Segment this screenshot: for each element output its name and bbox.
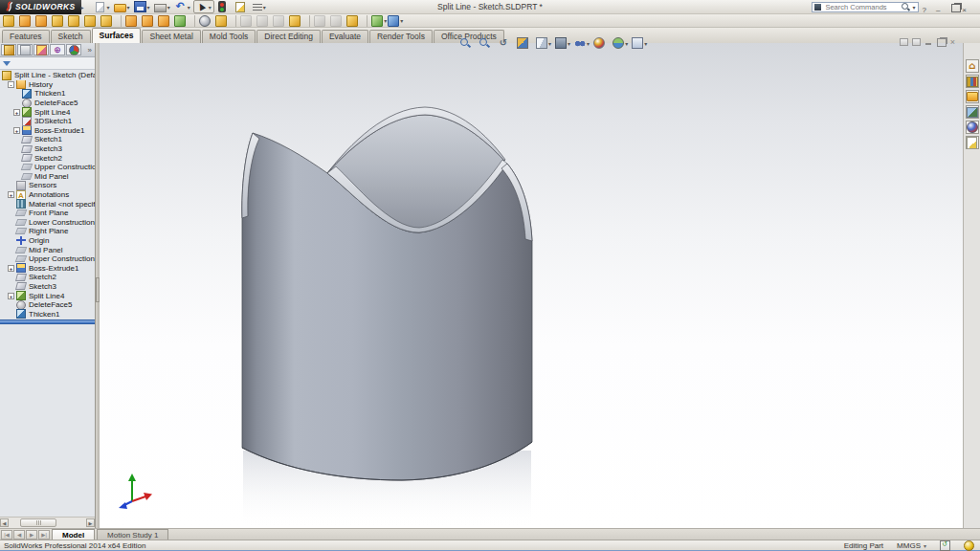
tree-item[interactable]: DeleteFace5 — [0, 300, 95, 310]
previous-view-icon[interactable]: ↺ ▾ — [498, 37, 514, 49]
first-tab-button[interactable]: |◀ — [1, 530, 12, 540]
expand-toggle[interactable]: - — [8, 81, 14, 88]
zoom-to-fit-icon[interactable]: ▾ — [459, 37, 476, 49]
tree-horizontal-scrollbar[interactable]: ◀ ▶ — [0, 517, 95, 528]
Surfaces[interactable]: Surfaces — [92, 28, 142, 43]
tree-filter-row[interactable] — [0, 57, 95, 70]
scroll-right-button[interactable]: ▶ — [86, 518, 95, 527]
pane-split-icon[interactable] — [900, 38, 908, 46]
prev-tab-button[interactable]: ◀ — [13, 530, 25, 540]
hide-show-items-icon[interactable]: ▾ — [574, 37, 590, 49]
view-orientation-icon[interactable]: ▾ — [536, 37, 552, 49]
solidworks-logo[interactable]: SOLIDWORKS — [0, 0, 81, 14]
help-button[interactable]: ? — [922, 2, 935, 12]
design-library-icon[interactable] — [966, 75, 979, 88]
pane-single-icon[interactable] — [912, 38, 921, 46]
swept-surface-icon[interactable]: ▾ — [35, 15, 52, 27]
offset-surface-icon[interactable]: ▾ — [142, 15, 158, 27]
quick-tips-icon[interactable] — [940, 540, 950, 551]
close-button[interactable]: × — [962, 2, 976, 12]
rollback-bar[interactable] — [0, 320, 95, 324]
ruled-surface-icon[interactable]: ▾ — [158, 15, 174, 27]
open-button[interactable]: ▾ — [113, 2, 132, 12]
tree-item[interactable]: Sketch2 — [0, 153, 95, 163]
save-button[interactable]: ▾ — [133, 1, 152, 12]
knit-surface-icon[interactable]: ▾ — [289, 15, 305, 27]
tree-item[interactable]: Upper Construction — [0, 254, 95, 264]
Mold Tools[interactable]: Mold Tools — [202, 30, 256, 43]
tree-item[interactable]: Lower Construction — [0, 218, 95, 228]
replace-face-icon[interactable]: ▾ — [215, 15, 232, 27]
dropdown-arrow-icon[interactable]: ▾ — [384, 17, 387, 24]
dropdown-arrow-icon[interactable]: ▾ — [587, 40, 590, 47]
dropdown-arrow-icon[interactable]: ▾ — [644, 40, 647, 47]
doc-close-button[interactable]: × — [950, 38, 955, 46]
Motion Study 1[interactable]: Motion Study 1 — [97, 529, 168, 540]
tag-icon[interactable] — [964, 540, 974, 551]
dropdown-arrow-icon[interactable]: ▾ — [548, 40, 551, 47]
tree-item[interactable]: + Split Line4 — [0, 291, 95, 300]
tree-item[interactable]: Front Plane — [0, 209, 95, 218]
doc-restore-button[interactable] — [937, 38, 947, 47]
dropdown-arrow-icon[interactable]: ▾ — [263, 4, 266, 11]
expand-toggle[interactable]: + — [13, 109, 20, 116]
surface-flatten-icon[interactable]: ▾ — [174, 15, 190, 27]
dimxpertmanager-tab[interactable]: ⊕ — [50, 44, 65, 55]
dropdown-arrow-icon[interactable]: ▾ — [188, 4, 190, 11]
tree-item[interactable]: Thicken1 — [0, 89, 95, 99]
dropdown-arrow-icon[interactable]: ▾ — [147, 4, 150, 11]
thicken-icon[interactable]: ▾ — [309, 15, 330, 27]
menu-expand-chevron[interactable]: ▸ — [81, 4, 84, 11]
tree-item[interactable]: + Boss-Extrude1 — [0, 126, 95, 136]
filter-funnel-icon[interactable] — [3, 61, 11, 66]
expand-toggle[interactable]: + — [13, 127, 20, 134]
scroll-left-button[interactable]: ◀ — [0, 518, 9, 527]
tree-item[interactable]: Mid Panel — [0, 245, 95, 254]
units-dropdown-icon[interactable]: ▾ — [924, 543, 926, 549]
search-input[interactable] — [823, 2, 900, 12]
featuremanager-tree-tab[interactable] — [1, 44, 16, 55]
apply-scene-icon[interactable]: ▾ — [612, 37, 629, 49]
tree-item[interactable]: Thicken1 — [0, 309, 95, 319]
Direct Editing[interactable]: Direct Editing — [256, 30, 321, 43]
rebuild-button[interactable]: ▾ — [215, 1, 234, 12]
dropdown-arrow-icon[interactable]: ▾ — [127, 4, 130, 11]
print-button[interactable]: ▾ — [153, 2, 172, 12]
thickened-cut-icon[interactable]: ▾ — [330, 15, 346, 27]
trim-surface-icon[interactable]: ▾ — [256, 15, 273, 27]
tree-item[interactable]: Sketch3 — [0, 282, 95, 292]
doc-minimize-button[interactable] — [924, 38, 933, 46]
tree-item[interactable]: + Annotations — [0, 190, 95, 200]
view-palette-icon[interactable] — [966, 105, 979, 119]
unit-system-selector[interactable]: MMGS▾ — [897, 541, 926, 550]
undo-button[interactable]: ↶ ▾ — [173, 1, 192, 12]
file-properties-button[interactable]: ▾ — [234, 2, 251, 12]
zoom-to-area-icon[interactable]: ▾ — [479, 37, 495, 49]
tree-item[interactable]: Upper Construction — [0, 163, 95, 172]
dropdown-arrow-icon[interactable]: ▾ — [625, 40, 628, 47]
expand-toggle[interactable]: + — [8, 191, 14, 198]
solidworks-resources-icon[interactable]: ⌂ — [966, 59, 979, 73]
appearances-scenes-icon[interactable] — [966, 121, 979, 134]
options-button[interactable]: ▾ — [252, 2, 268, 12]
edit-appearance-icon[interactable]: ▾ — [593, 37, 610, 49]
extruded-surface-icon[interactable]: ▾ — [3, 15, 19, 27]
custom-properties-icon[interactable] — [966, 136, 979, 149]
Evaluate[interactable]: Evaluate — [322, 30, 368, 43]
extend-surface-icon[interactable]: ▾ — [235, 15, 256, 27]
last-tab-button[interactable]: ▶| — [38, 530, 50, 540]
boundary-surface-icon[interactable]: ▾ — [68, 15, 84, 27]
tree-item[interactable]: Right Plane — [0, 227, 95, 236]
Render Tools[interactable]: Render Tools — [369, 30, 433, 43]
dropdown-arrow-icon[interactable]: ▾ — [107, 4, 110, 11]
search-commands-box[interactable]: ▾ — [812, 2, 919, 12]
file-explorer-icon[interactable] — [966, 90, 979, 103]
Sketch[interactable]: Sketch — [51, 30, 91, 43]
dropdown-arrow-icon[interactable]: ▾ — [400, 17, 403, 24]
revolved-surface-icon[interactable]: ▾ — [19, 15, 35, 27]
freeform-icon[interactable]: ▾ — [100, 15, 117, 27]
lofted-surface-icon[interactable]: ▾ — [52, 15, 68, 27]
next-tab-button[interactable]: ▶ — [26, 530, 37, 540]
configurationmanager-tab[interactable] — [33, 44, 49, 55]
search-icon[interactable] — [902, 3, 910, 11]
